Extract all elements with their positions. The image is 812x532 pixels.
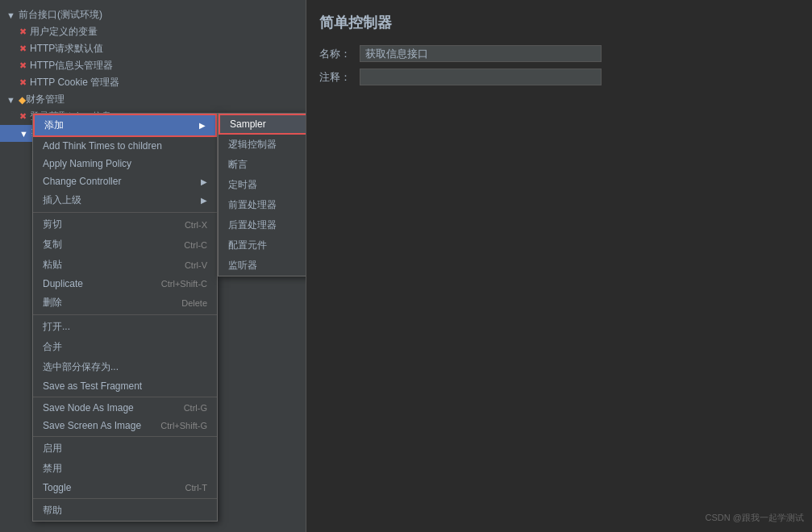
save-test-fragment-item[interactable]: Save as Test Fragment bbox=[33, 377, 217, 395]
menu-item-label: 逻辑控制器 bbox=[228, 138, 277, 152]
sampler-label-text: Sampler bbox=[230, 118, 266, 130]
menu-item-label: 定时器 bbox=[228, 178, 257, 192]
menu-item-label: 启用 bbox=[43, 442, 62, 455]
sampler-menu-item[interactable]: Sampler ▶ bbox=[219, 114, 306, 135]
menu-separator bbox=[33, 498, 217, 499]
menu-item-label: 禁用 bbox=[43, 462, 62, 476]
left-panel: ▼ 前台接口(测试环境) ✖ 用户定义的变量 ✖ HTTP请求默认值 ✖ HTT… bbox=[0, 0, 306, 532]
duplicate-item[interactable]: Duplicate Ctrl+Shift-C bbox=[33, 275, 217, 293]
toggle-item[interactable]: Toggle Ctrl-T bbox=[33, 479, 217, 497]
shortcut-label: Delete bbox=[181, 298, 207, 308]
paste-item[interactable]: 粘贴 Ctrl-V bbox=[33, 255, 217, 275]
menu-item-label: 配置元件 bbox=[228, 239, 267, 252]
menu-item-label: 粘贴 bbox=[43, 258, 62, 272]
name-row: 名称： bbox=[319, 45, 799, 62]
shortcut-label: Ctrl+Shift-G bbox=[160, 421, 207, 430]
menu-item-label: Toggle bbox=[43, 482, 71, 493]
shortcut-label: Ctrl-T bbox=[185, 483, 208, 493]
shortcut-label: Ctrl-G bbox=[184, 403, 207, 413]
name-input[interactable] bbox=[360, 45, 602, 62]
shortcut-label: Ctrl-C bbox=[184, 240, 207, 250]
menu-item-label: 剪切 bbox=[43, 218, 62, 231]
menu-item-label: 打开... bbox=[43, 320, 70, 334]
merge-item[interactable]: 合并 bbox=[33, 337, 217, 357]
menu-item-label: 选中部分保存为... bbox=[43, 360, 119, 374]
menu-item-label: Apply Naming Policy bbox=[43, 158, 131, 169]
menu-item-label: Save as Test Fragment bbox=[43, 380, 142, 392]
menu-item-label: Add Think Times to children bbox=[43, 140, 162, 152]
comment-row: 注释： bbox=[319, 69, 799, 85]
submenu-arrow-icon: ▶ bbox=[201, 196, 207, 205]
menu-item-label: Save Node As Image bbox=[43, 402, 134, 414]
menu-item-label: 监听器 bbox=[228, 259, 257, 272]
save-selected-item[interactable]: 选中部分保存为... bbox=[33, 357, 217, 377]
menu-item-label: 后置处理器 bbox=[228, 218, 277, 232]
menu-item-label: 复制 bbox=[43, 238, 62, 251]
menu-item-label: 断言 bbox=[228, 158, 248, 172]
save-screen-image-item[interactable]: Save Screen As Image Ctrl+Shift-G bbox=[33, 417, 217, 434]
menu-item-label: 前置处理器 bbox=[228, 198, 277, 212]
menu-item-label: Change Controller bbox=[43, 176, 121, 187]
shortcut-label: Ctrl-V bbox=[185, 260, 207, 270]
listener-item[interactable]: 监听器 ▶ bbox=[219, 256, 306, 276]
menu-item-label: 合并 bbox=[43, 340, 62, 354]
save-node-image-item[interactable]: Save Node As Image Ctrl-G bbox=[33, 399, 217, 417]
shortcut-label: Ctrl-X bbox=[185, 220, 207, 230]
menu-item-label: 插入上级 bbox=[43, 193, 81, 207]
menu-item-label: Duplicate bbox=[43, 278, 83, 289]
add-think-times-item[interactable]: Add Think Times to children bbox=[33, 137, 217, 155]
menu-separator bbox=[33, 314, 217, 315]
menu-separator bbox=[33, 397, 217, 397]
disable-item[interactable]: 禁用 bbox=[33, 459, 217, 479]
submenu-arrow-icon: ▶ bbox=[199, 121, 206, 130]
menu-separator bbox=[33, 212, 217, 213]
change-controller-item[interactable]: Change Controller ▶ bbox=[33, 172, 217, 190]
submenu-arrow-icon: ▶ bbox=[201, 177, 207, 186]
cut-item[interactable]: 剪切 Ctrl-X bbox=[33, 214, 217, 235]
add-menu-item[interactable]: 添加 ▶ bbox=[33, 114, 217, 137]
copy-item[interactable]: 复制 Ctrl-C bbox=[33, 235, 217, 255]
timer-item[interactable]: 定时器 ▶ bbox=[219, 175, 306, 195]
open-item[interactable]: 打开... bbox=[33, 317, 217, 337]
pre-processor-item[interactable]: 前置处理器 ▶ bbox=[219, 195, 306, 215]
menu-item-label: 帮助 bbox=[43, 504, 62, 517]
insert-parent-item[interactable]: 插入上级 ▶ bbox=[33, 190, 217, 210]
menu-separator bbox=[33, 436, 217, 437]
comment-input[interactable] bbox=[360, 69, 602, 85]
comment-label: 注释： bbox=[319, 70, 360, 85]
shortcut-label: Ctrl+Shift-C bbox=[161, 279, 207, 289]
help-item[interactable]: 帮助 bbox=[33, 501, 217, 521]
add-label: 添加 bbox=[44, 118, 64, 132]
menu-item-label: Save Screen As Image bbox=[43, 420, 141, 431]
enable-item[interactable]: 启用 bbox=[33, 438, 217, 459]
panel-title: 简单控制器 bbox=[319, 13, 799, 32]
config-element-item[interactable]: 配置元件 ▶ bbox=[219, 235, 306, 256]
apply-naming-item[interactable]: Apply Naming Policy bbox=[33, 155, 217, 172]
watermark: CSDN @跟我一起学测试 bbox=[706, 512, 804, 524]
main-context-menu: 添加 ▶ Add Think Times to children Apply N… bbox=[32, 113, 218, 522]
sampler-submenu: Sampler ▶ 逻辑控制器 ▶ 断言 ▶ 定时器 ▶ 前置处理器 ▶ 后置处… bbox=[218, 113, 306, 276]
assertion-item[interactable]: 断言 ▶ bbox=[219, 155, 306, 175]
delete-item[interactable]: 删除 Delete bbox=[33, 293, 217, 313]
right-panel: 简单控制器 名称： 注释： CSDN @跟我一起学测试 bbox=[306, 0, 812, 532]
context-menu-overlay: 添加 ▶ Add Think Times to children Apply N… bbox=[0, 0, 306, 532]
name-label: 名称： bbox=[319, 47, 360, 61]
menu-item-label: 删除 bbox=[43, 296, 62, 310]
logic-controller-item[interactable]: 逻辑控制器 ▶ bbox=[219, 135, 306, 155]
post-processor-item[interactable]: 后置处理器 ▶ bbox=[219, 215, 306, 235]
